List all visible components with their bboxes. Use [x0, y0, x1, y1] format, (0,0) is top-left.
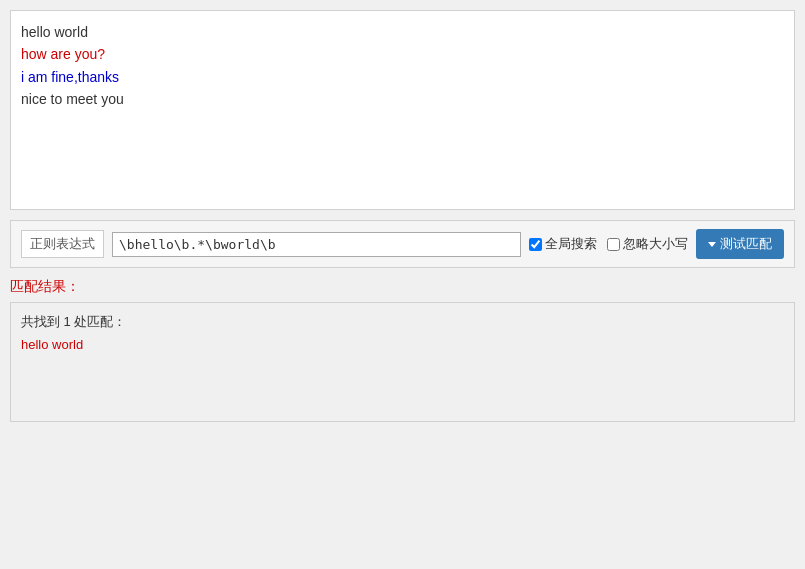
checkbox-ignore-item: 忽略大小写 — [607, 235, 688, 253]
line-1: hello world — [21, 21, 784, 43]
checkbox-global-label: 全局搜索 — [545, 235, 597, 253]
line-3: i am fine,thanks — [21, 66, 784, 88]
checkbox-global-item: 全局搜索 — [529, 235, 597, 253]
text-area-section: hello world how are you? i am fine,thank… — [10, 10, 795, 210]
result-count: 共找到 1 处匹配： — [21, 313, 784, 331]
regex-input[interactable] — [112, 232, 521, 257]
checkbox-ignore[interactable] — [607, 238, 620, 251]
regex-bar-section: 正则表达式 全局搜索 忽略大小写 测试匹配 — [10, 220, 795, 268]
test-match-button[interactable]: 测试匹配 — [696, 229, 784, 259]
regex-label: 正则表达式 — [21, 230, 104, 258]
result-title: 匹配结果： — [10, 278, 795, 296]
result-box: 共找到 1 处匹配： hello world — [10, 302, 795, 422]
chevron-down-icon — [708, 242, 716, 247]
text-content: hello world how are you? i am fine,thank… — [21, 21, 784, 111]
test-button-label: 测试匹配 — [720, 235, 772, 253]
checkbox-ignore-label: 忽略大小写 — [623, 235, 688, 253]
checkbox-global[interactable] — [529, 238, 542, 251]
result-section: 匹配结果： 共找到 1 处匹配： hello world — [10, 278, 795, 422]
result-match: hello world — [21, 337, 784, 352]
line-4: nice to meet you — [21, 88, 784, 110]
line-2: how are you? — [21, 43, 784, 65]
checkbox-group: 全局搜索 忽略大小写 — [529, 235, 688, 253]
